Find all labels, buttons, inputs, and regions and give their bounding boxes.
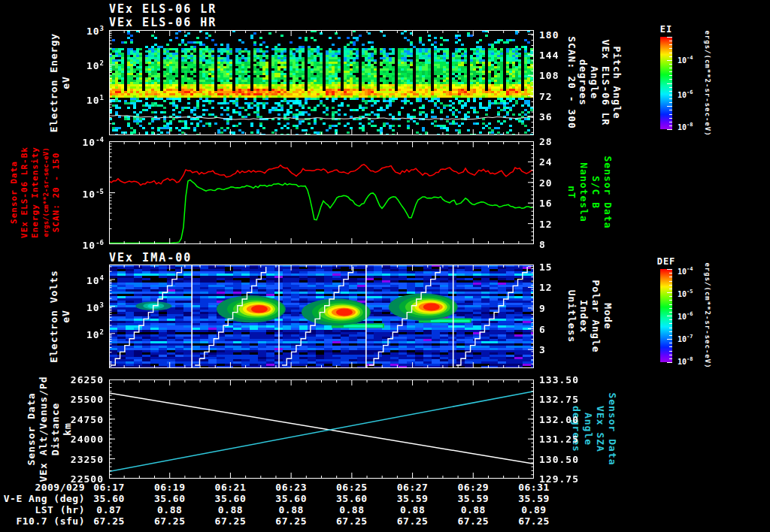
colorbar-tick bbox=[669, 285, 672, 286]
colorbar-tick bbox=[669, 64, 672, 65]
colorbar-tick-label: 10-8 bbox=[678, 355, 693, 365]
y-tick-label-right: 8 bbox=[539, 240, 546, 249]
colorbar-tick bbox=[669, 319, 672, 320]
colorbar-tick bbox=[669, 273, 672, 274]
colorbar-title-ei: EI bbox=[660, 24, 672, 35]
table-value: 67.25 bbox=[518, 515, 550, 527]
axis-label-text: Pitch AngleVEx ELS-06 LRAngledegreesSCAN… bbox=[566, 36, 623, 129]
table-value: 67.25 bbox=[275, 515, 307, 527]
axis-label-line: SCAN: 20 - 300 bbox=[566, 36, 578, 129]
colorbar-tick bbox=[669, 102, 672, 103]
y-tick-label-left: 10-6 bbox=[83, 238, 105, 250]
colorbar-tick bbox=[669, 110, 672, 110]
colorbar-tick-label: 10-6 bbox=[678, 89, 693, 99]
table-value: 67.25 bbox=[457, 515, 489, 527]
y-tick-label-right: 133.50 bbox=[539, 375, 579, 385]
y-tick-label-right: 9 bbox=[539, 303, 546, 313]
axis-label-text: Sensor DataS/C BNanoteslanT bbox=[565, 156, 614, 228]
y-tick-label-right: 180 bbox=[539, 29, 559, 39]
colorbar-tick bbox=[667, 292, 672, 293]
table-value: 06:23 bbox=[275, 482, 307, 493]
table-value: 0.88 bbox=[339, 504, 364, 515]
axis-label-line: degrees bbox=[578, 36, 589, 129]
y-tick-label-right: 36 bbox=[539, 111, 553, 121]
axis-label-text: Electron EnergyeV bbox=[48, 33, 72, 132]
y-tick-label-right: 108 bbox=[539, 71, 559, 80]
axis-label-line: VEx ELS-06 LR-Bk bbox=[20, 147, 30, 238]
table-value: 0.88 bbox=[278, 504, 303, 515]
colorbar-tick bbox=[667, 37, 672, 38]
y-tick-label-left: 10-5 bbox=[83, 186, 105, 198]
y-tick-label-right: 6 bbox=[539, 324, 546, 334]
series-s-c-b bbox=[109, 180, 533, 243]
colorbar-tick-label: 10-5 bbox=[678, 289, 693, 298]
table-value: 0.88 bbox=[218, 504, 243, 515]
colorbar-title-def: DEF bbox=[657, 256, 676, 267]
colorbar-tick-label: 10-4 bbox=[678, 266, 693, 276]
colorbar-tick bbox=[669, 300, 672, 301]
y-tick-label-right: 15 bbox=[539, 261, 553, 271]
axis-label-line: Sensor Data bbox=[26, 376, 38, 482]
series-energy-intensity bbox=[109, 165, 533, 186]
table-value: 35.60 bbox=[336, 493, 368, 504]
axis-label-line: eV bbox=[60, 270, 72, 363]
colorbar-units-text: ergs/(cm**2-sr-sec-eV) bbox=[704, 30, 711, 136]
colorbar-units-line: ergs/(cm**2-sr-sec-eV) bbox=[704, 262, 711, 368]
panel-ima_spectrogram bbox=[109, 264, 534, 368]
panel-els_spectrogram bbox=[109, 30, 534, 135]
axis-label-line: Mode bbox=[602, 280, 614, 352]
table-value: 67.25 bbox=[397, 515, 429, 527]
colorbar-tick bbox=[667, 83, 672, 84]
axis-label-line: Unitless bbox=[565, 280, 578, 352]
colorbar-tick-label: 10-4 bbox=[678, 54, 693, 64]
colorbar-tick bbox=[669, 355, 672, 355]
axis-label-line: Electron Volts bbox=[48, 270, 60, 363]
axis-label-line: VEx Alt/Venus/Pd bbox=[38, 376, 50, 482]
els-title-lr: VEx ELS-06 LR bbox=[109, 2, 217, 16]
axis-label-line: Energy Intensity bbox=[30, 147, 41, 238]
y-tick-label-right: 72 bbox=[539, 91, 553, 101]
axis-label-line: Sensor Data bbox=[9, 147, 20, 238]
y-tick-label-right: 20 bbox=[539, 177, 553, 187]
colorbar-units-text: ergs/(cm**2-sr-sec-eV) bbox=[704, 262, 711, 368]
y-tick-label-left: 24750 bbox=[71, 414, 104, 424]
table-value: 0.89 bbox=[521, 504, 546, 515]
y-tick-label-left: 22500 bbox=[71, 474, 104, 484]
colorbar-tick bbox=[669, 56, 672, 57]
colorbar-tick bbox=[669, 68, 672, 68]
axis-label-line: VEx ELS-06 LR bbox=[600, 36, 611, 129]
table-value: 0.88 bbox=[461, 504, 486, 515]
table-value: 35.60 bbox=[275, 493, 307, 504]
axis-label-line: km bbox=[62, 376, 74, 482]
axis-label-line: Angle bbox=[589, 36, 600, 129]
y-tick-label-right: 130.50 bbox=[539, 454, 579, 464]
axis-label-line: Nanotesla bbox=[578, 156, 590, 228]
colorbar-tick bbox=[669, 304, 672, 305]
y-tick-label-right: 132.00 bbox=[539, 414, 579, 424]
colorbar-tick bbox=[667, 60, 672, 61]
colorbar-tick bbox=[669, 75, 672, 76]
table-value: 35.59 bbox=[518, 493, 550, 504]
colorbar-tick bbox=[669, 331, 672, 332]
y-tick-label-left: 25500 bbox=[71, 394, 104, 404]
table-value: 06:25 bbox=[336, 482, 368, 493]
axis-label-line: S/C B bbox=[590, 156, 602, 228]
y-tick-label-left: 103 bbox=[86, 24, 104, 36]
table-value: 0.88 bbox=[157, 504, 182, 515]
colorbar-tick bbox=[669, 312, 672, 313]
ima-title: VEx IMA-00 bbox=[109, 251, 192, 264]
colorbar-tick bbox=[667, 362, 672, 363]
colorbar-tick bbox=[669, 91, 672, 92]
axis-label-line: Sensor Data bbox=[606, 392, 618, 465]
colorbar-def bbox=[660, 269, 672, 362]
ima-panel-title: VEx IMA-00 bbox=[109, 251, 192, 264]
y-tick-label-left: 24000 bbox=[71, 434, 104, 444]
colorbar-tick bbox=[669, 346, 672, 347]
colorbar-tick bbox=[669, 41, 672, 41]
colorbar-tick bbox=[669, 122, 672, 122]
axis-label-line: eV bbox=[60, 33, 72, 132]
table-value: 06:29 bbox=[457, 482, 489, 493]
colorbar-tick bbox=[669, 281, 672, 282]
axis-label-line: SCAN: 20 - 150 bbox=[51, 147, 62, 238]
y-tick-label-left: 101 bbox=[86, 93, 104, 105]
